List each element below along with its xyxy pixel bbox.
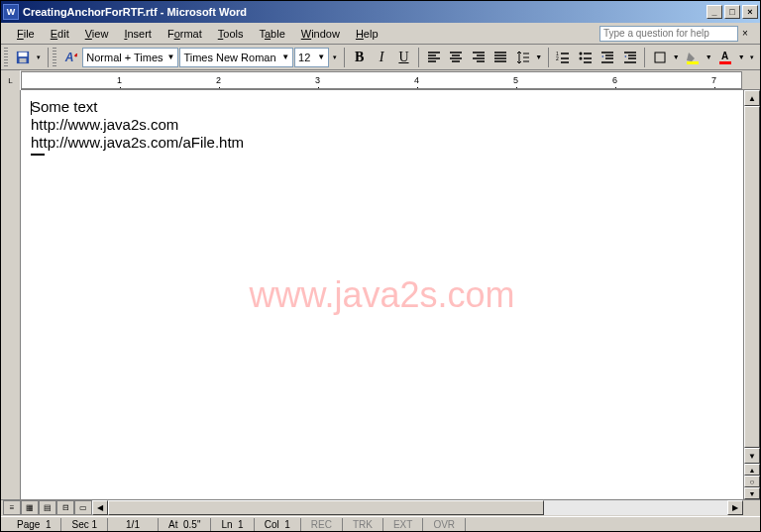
- ruler-tick: 4: [414, 75, 419, 85]
- menu-view[interactable]: View: [77, 26, 117, 42]
- menu-help[interactable]: Help: [348, 26, 386, 42]
- line-spacing-button[interactable]: [512, 47, 534, 68]
- font-size-options[interactable]: ▾: [330, 47, 340, 68]
- status-rec[interactable]: REC: [301, 518, 343, 531]
- menu-file[interactable]: File: [9, 26, 43, 42]
- previous-page-button[interactable]: ▲: [744, 464, 760, 476]
- increase-indent-button[interactable]: [619, 47, 640, 68]
- font-selector[interactable]: Times New Roman ▼: [179, 48, 293, 67]
- scroll-track-h[interactable]: [108, 500, 727, 515]
- menu-table[interactable]: Table: [251, 26, 292, 42]
- formatting-toolbar: ▾ A⁴ Normal + Times ▼ Times New Roman ▼ …: [1, 45, 760, 70]
- toolbar-options-2[interactable]: ▾: [747, 47, 757, 68]
- horizontal-ruler[interactable]: 1 2 3 4 5 6 7: [21, 71, 742, 89]
- dropdown-arrow-icon: ▼: [167, 53, 175, 61]
- outline-view-button[interactable]: ⊟: [56, 500, 74, 515]
- help-search-input[interactable]: [599, 26, 738, 42]
- line-spacing-icon: [516, 51, 530, 64]
- highlight-dropdown[interactable]: ▼: [704, 47, 713, 68]
- font-color-button[interactable]: A: [714, 47, 736, 68]
- separator: [344, 48, 345, 67]
- web-view-button[interactable]: ▦: [21, 500, 39, 515]
- normal-view-button[interactable]: ≡: [3, 500, 21, 515]
- text-line: Some text: [31, 98, 733, 116]
- document-page[interactable]: Some text http://www.java2s.com http://w…: [21, 90, 743, 499]
- separator: [644, 48, 645, 67]
- line-spacing-dropdown[interactable]: ▼: [534, 47, 544, 68]
- status-trk[interactable]: TRK: [343, 518, 383, 531]
- toolbar-grip[interactable]: [4, 48, 8, 67]
- bullet-list-icon: [579, 51, 593, 64]
- help-search-box[interactable]: [599, 26, 738, 42]
- align-justify-icon: [493, 51, 507, 64]
- svg-text:2: 2: [556, 55, 559, 61]
- maximize-button[interactable]: □: [724, 5, 740, 19]
- svg-rect-10: [719, 61, 731, 64]
- scroll-thumb[interactable]: [744, 106, 760, 448]
- window-title: CreatingAnchorForRTF.rtf - Microsoft Wor…: [23, 6, 705, 18]
- status-column: Col 1: [255, 518, 301, 531]
- styles-pane-button[interactable]: A⁴: [60, 47, 81, 68]
- font-value: Times New Roman: [183, 52, 275, 63]
- bottom-bar: ≡ ▦ ▤ ⊟ ▭ ◀ ▶: [1, 499, 760, 516]
- scroll-left-button[interactable]: ◀: [92, 500, 108, 515]
- italic-button[interactable]: I: [371, 47, 391, 68]
- menu-window[interactable]: Window: [293, 26, 348, 42]
- align-left-icon: [427, 51, 441, 64]
- close-document-button[interactable]: ×: [742, 28, 754, 40]
- scroll-up-button[interactable]: ▲: [744, 90, 760, 106]
- scroll-down-button[interactable]: ▼: [744, 448, 760, 464]
- numbered-list-button[interactable]: 12: [553, 47, 574, 68]
- menu-insert[interactable]: Insert: [116, 26, 160, 42]
- horizontal-scrollbar[interactable]: ◀ ▶: [92, 500, 743, 516]
- highlight-button[interactable]: [682, 47, 704, 68]
- svg-rect-7: [655, 53, 665, 62]
- style-value: Normal + Times: [86, 52, 163, 63]
- toolbar-options-button[interactable]: ▾: [34, 47, 44, 68]
- align-center-button[interactable]: [446, 47, 467, 68]
- align-justify-button[interactable]: [489, 47, 510, 68]
- scroll-right-button[interactable]: ▶: [727, 500, 743, 515]
- bullet-list-button[interactable]: [575, 47, 596, 68]
- vertical-scrollbar[interactable]: ▲ ▼ ▲ ○ ▼: [743, 90, 760, 499]
- reading-view-button[interactable]: ▭: [74, 500, 92, 515]
- font-size-selector[interactable]: 12 ▼: [294, 48, 329, 67]
- menu-bar: File Edit View Insert Format Tools Table…: [1, 23, 760, 45]
- size-value: 12: [298, 52, 310, 63]
- status-ext[interactable]: EXT: [383, 518, 423, 531]
- increase-indent-icon: [623, 51, 637, 64]
- save-icon: [16, 51, 30, 64]
- font-color-dropdown[interactable]: ▼: [736, 47, 746, 68]
- print-view-button[interactable]: ▤: [39, 500, 56, 515]
- separator: [48, 48, 49, 67]
- minimize-button[interactable]: _: [707, 5, 722, 19]
- ruler-tick: 3: [315, 75, 320, 85]
- align-right-button[interactable]: [468, 47, 489, 68]
- next-page-button[interactable]: ▼: [744, 487, 760, 499]
- tab-selector[interactable]: L: [1, 70, 21, 90]
- style-selector[interactable]: Normal + Times ▼: [82, 48, 178, 67]
- vertical-ruler[interactable]: [1, 90, 21, 499]
- border-dropdown[interactable]: ▼: [671, 47, 681, 68]
- browse-object-button[interactable]: ○: [744, 476, 760, 487]
- status-ovr[interactable]: OVR: [423, 518, 466, 531]
- scroll-thumb-h[interactable]: [108, 500, 544, 515]
- dropdown-arrow-icon: ▼: [317, 53, 325, 61]
- svg-text:A: A: [721, 51, 728, 61]
- toolbar-grip-2[interactable]: [53, 48, 56, 67]
- scroll-track[interactable]: [744, 106, 760, 448]
- menu-format[interactable]: Format: [160, 26, 210, 42]
- svg-point-6: [579, 56, 582, 59]
- menu-edit[interactable]: Edit: [43, 26, 77, 42]
- bold-button[interactable]: B: [349, 47, 370, 68]
- save-button[interactable]: [12, 47, 33, 68]
- ruler-tick: 1: [117, 75, 122, 85]
- border-button[interactable]: [649, 47, 671, 68]
- underline-button[interactable]: U: [393, 47, 414, 68]
- decrease-indent-button[interactable]: [597, 47, 617, 68]
- highlight-icon: [686, 51, 700, 64]
- end-of-document-mark: [31, 154, 45, 156]
- close-button[interactable]: ×: [742, 5, 758, 19]
- align-left-button[interactable]: [423, 47, 444, 68]
- menu-tools[interactable]: Tools: [210, 26, 252, 42]
